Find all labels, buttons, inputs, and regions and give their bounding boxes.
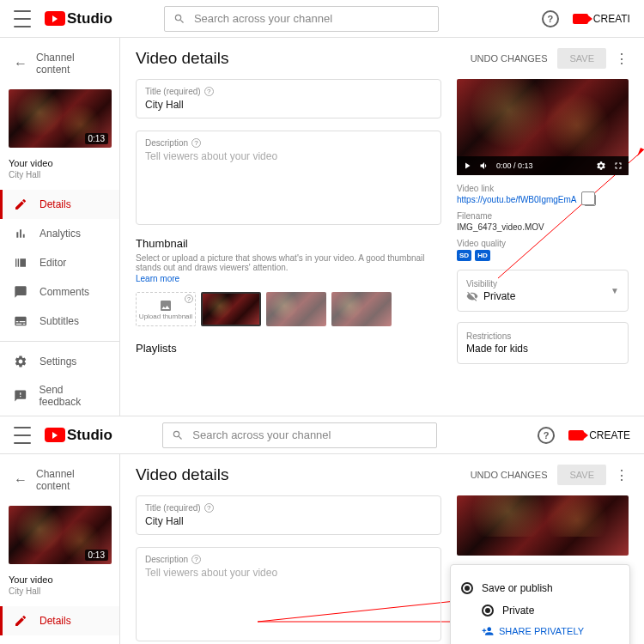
title-value: City Hall xyxy=(145,99,432,111)
undo-button[interactable]: UNDO CHANGES xyxy=(471,53,548,64)
search-icon xyxy=(172,429,184,441)
title-field[interactable]: Title (required)?City Hall xyxy=(136,495,441,535)
pencil-icon xyxy=(14,614,27,628)
help-icon[interactable]: ? xyxy=(191,138,201,148)
studio-logo[interactable]: Studio xyxy=(45,10,112,27)
back-channel-content[interactable]: ←Channel content xyxy=(0,461,119,499)
restrictions-card[interactable]: RestrictionsMade for kids xyxy=(457,322,629,364)
learn-more-link[interactable]: Learn more xyxy=(136,274,441,283)
duration-badge: 0:13 xyxy=(85,133,108,144)
search-input[interactable]: Search across your channel xyxy=(164,6,439,32)
radio-icon xyxy=(482,605,494,617)
video-title-sub: City Hall xyxy=(9,170,111,179)
save-button[interactable]: SAVE xyxy=(557,48,606,69)
image-icon xyxy=(159,299,173,313)
pencil-icon xyxy=(14,197,27,211)
radio-icon xyxy=(461,582,473,594)
studio-logo[interactable]: Studio xyxy=(45,427,112,444)
search-icon xyxy=(173,13,185,25)
thumbnail-option-1[interactable] xyxy=(201,292,261,326)
gear-icon[interactable] xyxy=(596,161,606,171)
eye-off-icon xyxy=(466,290,478,302)
your-video-label: Your video xyxy=(9,158,111,168)
kebab-menu[interactable]: ⋮ xyxy=(615,51,629,67)
create-button[interactable]: CREATI xyxy=(573,13,630,25)
search-placeholder: Search across your channel xyxy=(194,12,332,25)
hd-badge: HD xyxy=(475,250,490,261)
video-thumbnail[interactable]: 0:13 xyxy=(9,89,112,148)
thumbnail-option-3[interactable] xyxy=(331,292,392,326)
nav-settings[interactable]: Settings xyxy=(0,347,119,376)
feedback-icon xyxy=(14,389,27,403)
back-channel-content[interactable]: ←Channel content xyxy=(0,45,119,82)
upload-thumbnail[interactable]: ?Upload thumbnail xyxy=(136,292,196,326)
analytics-icon xyxy=(14,227,27,240)
visibility-card[interactable]: VisibilityPrivate▼ xyxy=(457,270,629,312)
sd-badge: SD xyxy=(457,250,471,261)
undo-button[interactable]: UNDO CHANGES xyxy=(471,470,548,480)
editor-icon xyxy=(14,256,27,270)
video-preview[interactable]: 0:00 / 0:13 xyxy=(457,79,629,175)
menu-icon[interactable] xyxy=(14,427,31,444)
arrow-back-icon: ← xyxy=(14,56,27,71)
search-input[interactable]: Search across your channel xyxy=(162,422,437,448)
video-thumbnail[interactable]: 0:13 xyxy=(9,506,112,564)
quality-label: Video quality xyxy=(457,239,629,248)
visibility-popup: Save or publish Private SHARE PRIVATELY … xyxy=(450,564,630,644)
share-privately-button[interactable]: SHARE PRIVATELY xyxy=(482,622,619,641)
chevron-down-icon: ▼ xyxy=(611,286,619,295)
save-publish-option[interactable]: Save or publish xyxy=(461,577,619,599)
nav-analytics[interactable]: Analytics xyxy=(0,219,119,248)
nav-details[interactable]: Details xyxy=(0,606,119,635)
description-field[interactable]: Description? Tell viewers about your vid… xyxy=(136,131,441,225)
player-time: 0:00 / 0:13 xyxy=(496,161,533,170)
play-icon[interactable] xyxy=(462,161,472,171)
thumbnail-desc: Select or upload a picture that shows wh… xyxy=(136,253,441,272)
volume-icon[interactable] xyxy=(479,161,489,171)
nav-subtitles[interactable]: Subtitles xyxy=(0,307,119,336)
private-option[interactable]: Private xyxy=(482,599,619,622)
help-icon[interactable]: ? xyxy=(204,87,214,96)
help-icon[interactable]: ? xyxy=(204,503,214,513)
filename-label: Filename xyxy=(457,211,629,221)
thumbnail-heading: Thumbnail xyxy=(136,237,441,250)
video-link-label: Video link xyxy=(457,184,629,193)
help-icon[interactable]: ? xyxy=(185,295,193,303)
app-name: Studio xyxy=(67,10,112,27)
create-button[interactable]: CREATE xyxy=(568,429,630,441)
arrow-back-icon: ← xyxy=(14,472,27,488)
duration-badge: 0:13 xyxy=(85,550,108,561)
nav-analytics[interactable]: Analytics xyxy=(0,635,119,644)
title-field[interactable]: Title (required)? City Hall xyxy=(136,79,441,118)
camera-icon xyxy=(568,430,584,440)
description-field[interactable]: Description?Tell viewers about your vide… xyxy=(136,547,441,641)
unlisted-option[interactable]: Unlisted xyxy=(482,641,619,644)
gear-icon xyxy=(14,355,27,368)
subtitles-icon xyxy=(14,314,27,328)
video-link[interactable]: https://youtu.be/fWB0IgmgEmA xyxy=(457,195,577,204)
camera-icon xyxy=(573,14,588,24)
kebab-menu[interactable]: ⋮ xyxy=(615,467,629,483)
help-icon[interactable]: ? xyxy=(191,555,201,564)
fullscreen-icon[interactable] xyxy=(613,161,623,171)
menu-icon[interactable] xyxy=(14,10,31,27)
person-add-icon xyxy=(482,625,494,637)
page-title: Video details xyxy=(136,465,471,484)
video-preview[interactable] xyxy=(457,495,629,556)
nav-details[interactable]: Details xyxy=(0,190,119,219)
help-icon[interactable]: ? xyxy=(538,427,555,444)
save-button[interactable]: SAVE xyxy=(557,465,606,485)
svg-marker-1 xyxy=(637,148,644,156)
desc-placeholder: Tell viewers about your video xyxy=(145,150,432,162)
nav-feedback[interactable]: Send feedback xyxy=(0,376,119,416)
nav-editor[interactable]: Editor xyxy=(0,248,119,277)
thumbnail-option-2[interactable] xyxy=(266,292,326,326)
nav-comments[interactable]: Comments xyxy=(0,277,119,307)
filename-value: IMG_6473_video.MOV xyxy=(457,222,629,232)
copy-icon[interactable] xyxy=(584,194,596,206)
playlists-heading: Playlists xyxy=(136,342,441,355)
page-title: Video details xyxy=(136,49,471,68)
help-icon[interactable]: ? xyxy=(542,10,559,27)
comments-icon xyxy=(14,285,27,299)
